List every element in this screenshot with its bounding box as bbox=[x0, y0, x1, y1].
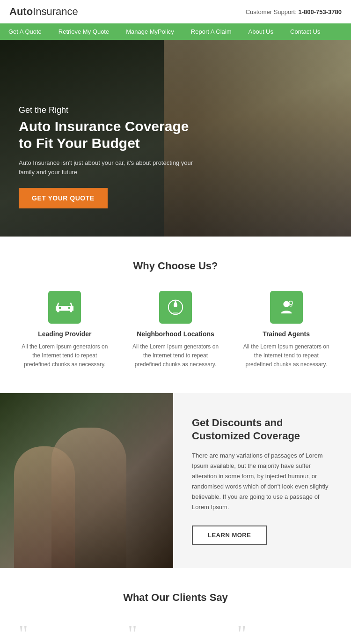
location-icon-container bbox=[159, 291, 192, 324]
logo: AutoInsurance bbox=[9, 6, 78, 18]
svg-point-3 bbox=[289, 301, 292, 305]
hero-content: Get the Right Auto Insurance Coverage to… bbox=[0, 105, 215, 237]
learn-more-button[interactable]: LEARN MORE bbox=[192, 526, 267, 545]
car-icon bbox=[56, 298, 73, 316]
discounts-text: There are many variations of passages of… bbox=[192, 451, 332, 513]
why-card-title-2: Trained Agents bbox=[263, 330, 310, 338]
discounts-image bbox=[0, 393, 173, 569]
hero-description: Auto Insurance isn't just about your car… bbox=[19, 158, 197, 177]
image-overlay bbox=[0, 393, 173, 569]
quote-mark-1: " bbox=[128, 622, 223, 644]
hero-title: Auto Insurance Coverage to Fit Your Budg… bbox=[19, 118, 197, 152]
testimonials-title: What Our Clients Say bbox=[19, 592, 332, 604]
header: AutoInsurance Customer Support: 1-800-75… bbox=[0, 0, 351, 23]
why-card-1: Neighborhood Locations All the Lorem Ips… bbox=[130, 291, 222, 370]
why-card-title-0: Leading Provider bbox=[38, 330, 91, 338]
why-card-2: Trained Agents All the Lorem Ipsum gener… bbox=[240, 291, 332, 370]
location-icon bbox=[167, 298, 184, 316]
nav-get-quote[interactable]: Get A Quote bbox=[0, 23, 50, 40]
why-card-text-0: All the Lorem Ipsum generators on the In… bbox=[19, 342, 111, 370]
nav-report-claim[interactable]: Report A Claim bbox=[183, 23, 240, 40]
why-cards-container: Leading Provider All the Lorem Ipsum gen… bbox=[19, 291, 332, 370]
nav-about-us[interactable]: About Us bbox=[240, 23, 282, 40]
nav-manage-policy[interactable]: Manage MyPolicy bbox=[117, 23, 183, 40]
discounts-content: Get Discounts and Customized Coverage Th… bbox=[173, 393, 351, 569]
quote-mark-2: " bbox=[237, 622, 332, 644]
svg-point-1 bbox=[172, 312, 179, 315]
logo-bold: Auto bbox=[9, 6, 33, 17]
why-card-text-2: All the Lorem Ipsum generators on the In… bbox=[240, 342, 332, 370]
why-title: Why Choose Us? bbox=[19, 260, 332, 272]
hero-section: Get the Right Auto Insurance Coverage to… bbox=[0, 40, 351, 237]
testimonial-0: " There are many variations pass ages of… bbox=[19, 622, 114, 644]
car-icon-container bbox=[48, 291, 81, 324]
discounts-section: Get Discounts and Customized Coverage Th… bbox=[0, 393, 351, 569]
why-card-0: Leading Provider All the Lorem Ipsum gen… bbox=[19, 291, 111, 370]
hero-cta-button[interactable]: GET YOUR QUOTE bbox=[19, 188, 108, 208]
agent-icon-container bbox=[270, 291, 303, 324]
nav-retrieve-quote[interactable]: Retrieve My Quote bbox=[50, 23, 117, 40]
logo-light: Insurance bbox=[33, 6, 78, 17]
hero-subtitle: Get the Right bbox=[19, 105, 197, 115]
testimonial-1: " There are many variations pass ages of… bbox=[128, 622, 223, 644]
main-nav: Get A Quote Retrieve My Quote Manage MyP… bbox=[0, 23, 351, 40]
why-card-text-1: All the Lorem Ipsum generators on the In… bbox=[130, 342, 222, 370]
why-choose-section: Why Choose Us? Leading Provider All the … bbox=[0, 237, 351, 393]
customer-support: Customer Support: 1-800-753-3780 bbox=[246, 8, 342, 15]
agent-icon bbox=[278, 298, 295, 316]
quote-mark-0: " bbox=[19, 622, 114, 644]
testimonial-2: " There are many variations pass ages of… bbox=[237, 622, 332, 644]
discounts-title: Get Discounts and Customized Coverage bbox=[192, 416, 332, 443]
why-card-title-1: Neighborhood Locations bbox=[137, 330, 214, 338]
nav-contact-us[interactable]: Contact Us bbox=[282, 23, 329, 40]
svg-point-2 bbox=[283, 301, 289, 307]
testimonials-cards: " There are many variations pass ages of… bbox=[19, 622, 332, 644]
testimonials-section: What Our Clients Say " There are many va… bbox=[0, 568, 351, 644]
